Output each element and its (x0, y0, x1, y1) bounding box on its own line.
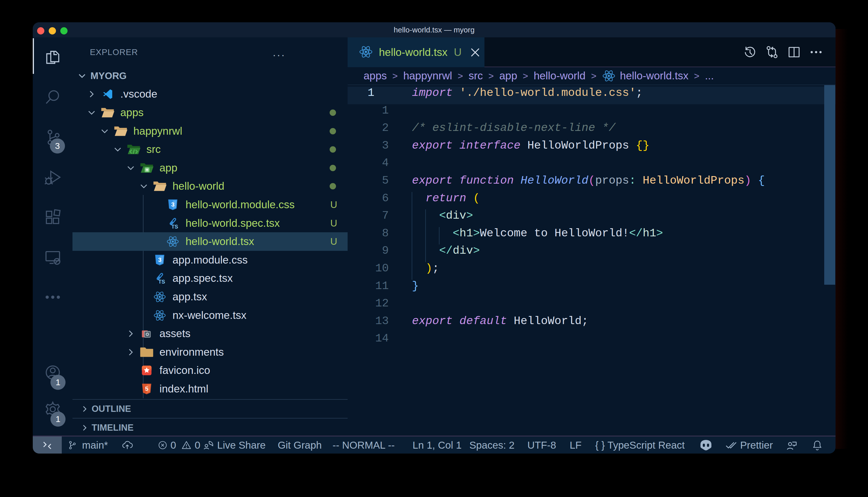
svg-text:3: 3 (171, 201, 175, 208)
svg-text:5: 5 (145, 385, 149, 392)
svg-text:3: 3 (158, 256, 162, 263)
svg-text:TS: TS (158, 279, 165, 285)
svg-text:TS: TS (171, 224, 178, 230)
